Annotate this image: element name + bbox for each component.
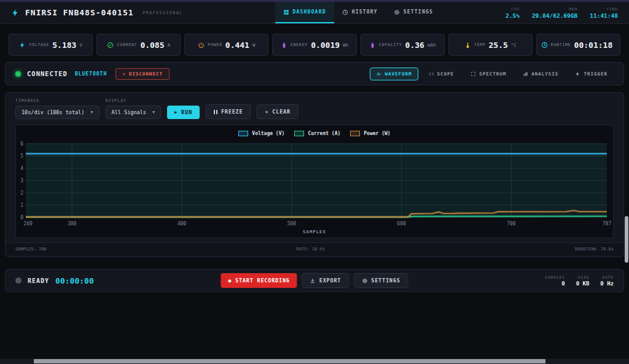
display-select[interactable]: All Signals ▼: [106, 106, 162, 119]
legend-label: Voltage (V): [252, 131, 284, 136]
svg-text:600: 600: [397, 221, 406, 227]
recorder-timer: 00:00:00: [55, 276, 94, 285]
trigger-bolt-icon: [575, 71, 580, 77]
svg-text:260: 260: [23, 221, 33, 227]
time-stat: TIME 11:41:48: [590, 7, 618, 19]
current-gauge-icon: [107, 42, 114, 48]
brand: FNIRSI FNB48S-040151 PROFESSIONAL: [11, 2, 183, 23]
close-icon: ✕: [265, 109, 268, 115]
view-tabs: WAVEFORM SCOPE SPECTRUM ANALYSIS TRIGGER: [370, 68, 614, 80]
recorder-stats: SAMPLES 0 SIZE 0 KB RATE 0 Hz: [545, 275, 614, 287]
view-tab-analysis[interactable]: ANALYSIS: [517, 68, 565, 80]
recorder-rate: RATE 0 Hz: [600, 275, 614, 287]
waveform-controls: TIMEBASE 10s/div (100s total) ▼ DISPLAY …: [6, 93, 623, 119]
play-icon: ▶: [174, 110, 178, 115]
svg-text:0: 0: [20, 215, 23, 220]
view-tab-scope[interactable]: SCOPE: [423, 68, 461, 80]
power-icon: [198, 42, 205, 48]
metric-card-runtime: RUNTIME 00:01:18: [536, 34, 620, 56]
analysis-icon: [523, 71, 528, 77]
chart-status-strip: SAMPLES: 788 RATE: 10 Hz DURATION: 78.8s: [6, 242, 623, 255]
metric-card-temp: TEMP 25.5 °C: [448, 34, 533, 56]
bolt-icon: [19, 42, 26, 48]
view-tab-waveform[interactable]: WAVEFORM: [370, 68, 418, 80]
battery-icon: [369, 42, 376, 48]
app-badge: PROFESSIONAL: [143, 10, 183, 15]
grid-icon: [283, 9, 289, 15]
connection-status: CONNECTED: [27, 70, 68, 77]
rate-status: RATE: 10 Hz: [297, 247, 325, 252]
waveform-icon: [376, 71, 381, 77]
header-tabs: DASHBOARD HISTORY SETTINGS: [275, 2, 441, 23]
display-group: DISPLAY All Signals ▼: [106, 98, 162, 119]
recorder-size: SIZE 0 KB: [576, 275, 590, 287]
svg-text:3: 3: [20, 178, 23, 184]
horizontal-scrollbar-thumb[interactable]: [34, 359, 545, 363]
timebase-label: TIMEBASE: [15, 98, 100, 103]
recorder-settings-button[interactable]: SETTINGS: [354, 273, 408, 288]
gear-icon: [394, 9, 400, 15]
metric-cards-row: VOLTAGE 5.183 V CURRENT 0.085 A POWER 0.…: [0, 32, 629, 58]
svg-text:787: 787: [603, 221, 612, 227]
metric-card-capacity: CAPACITY 0.36 mAh: [361, 34, 445, 56]
legend-item[interactable]: Voltage (V): [238, 131, 284, 136]
connection-bar: CONNECTED BLUETOOTH ✕ DISCONNECT WAVEFOR…: [5, 62, 624, 85]
legend-swatch: [350, 131, 360, 136]
thermometer-icon: [464, 42, 471, 48]
svg-text:1: 1: [20, 203, 23, 208]
tab-settings[interactable]: SETTINGS: [386, 2, 441, 23]
chart-plot-area[interactable]: 0123456260300400500600700787: [16, 139, 613, 230]
close-icon: ✕: [122, 71, 126, 77]
history-clock-icon: [342, 9, 348, 15]
timebase-select[interactable]: 10s/div (100s total) ▼: [15, 106, 100, 119]
duration-status: DURATION: 78.8s: [575, 247, 614, 252]
cpu-stat: CPU 2.5%: [506, 7, 520, 19]
horizontal-scrollbar-track[interactable]: [0, 358, 629, 364]
vertical-scrollbar-thumb[interactable]: [625, 216, 628, 263]
disconnect-button[interactable]: ✕ DISCONNECT: [115, 68, 170, 80]
logo-bolt-icon: [11, 8, 20, 18]
svg-text:6: 6: [20, 141, 23, 147]
display-label: DISPLAY: [106, 98, 162, 103]
metric-card-voltage: VOLTAGE 5.183 V: [9, 34, 93, 56]
run-button[interactable]: ▶ RUN: [167, 106, 200, 119]
freeze-button[interactable]: FREEZE: [206, 104, 251, 119]
svg-text:5: 5: [20, 153, 23, 159]
record-dot-icon: ●: [228, 278, 232, 284]
export-button[interactable]: EXPORT: [302, 273, 350, 288]
recorder-samples: SAMPLES 0: [545, 275, 565, 287]
connection-status-dot: [15, 71, 21, 77]
start-recording-button[interactable]: ● START RECORDING: [221, 273, 297, 288]
gear-icon: [362, 278, 367, 284]
view-tab-trigger[interactable]: TRIGGER: [569, 68, 614, 80]
tab-label: DASHBOARD: [293, 9, 326, 15]
download-icon: [310, 278, 316, 284]
metric-card-current: CURRENT 0.085 A: [96, 34, 181, 56]
svg-text:400: 400: [178, 221, 187, 227]
chevron-down-icon: ▼: [90, 110, 93, 115]
legend-item[interactable]: Current (A): [294, 131, 340, 136]
tab-dashboard[interactable]: DASHBOARD: [275, 2, 334, 23]
clock-icon: [541, 42, 548, 48]
waveform-chart: Voltage (V)Current (A)Power (W) 01234562…: [15, 125, 614, 238]
svg-text:700: 700: [507, 221, 516, 227]
mem-stat: MEM 29.84/62.69GB: [532, 7, 577, 19]
tab-history[interactable]: HISTORY: [334, 2, 386, 23]
spectrum-icon: [471, 71, 476, 77]
view-tab-spectrum[interactable]: SPECTRUM: [464, 68, 512, 80]
timebase-group: TIMEBASE 10s/div (100s total) ▼: [15, 98, 100, 119]
legend-item[interactable]: Power (W): [350, 131, 390, 136]
tab-label: SETTINGS: [404, 9, 433, 15]
recorder-bar: READY 00:00:00 ● START RECORDING EXPORT …: [5, 269, 624, 292]
svg-text:4: 4: [20, 166, 23, 171]
recorder-status-dot: [15, 277, 21, 284]
header-stats: CPU 2.5% MEM 29.84/62.69GB TIME 11:41:48: [506, 2, 618, 23]
legend-swatch: [294, 131, 304, 136]
chevron-down-icon: ▼: [152, 110, 155, 115]
svg-text:2: 2: [20, 190, 23, 196]
battery-icon: [281, 42, 287, 48]
connection-transport: BLUETOOTH: [75, 71, 107, 77]
clear-button[interactable]: ✕ CLEAR: [257, 104, 299, 119]
pause-icon: [214, 110, 217, 114]
legend-swatch: [238, 131, 248, 136]
